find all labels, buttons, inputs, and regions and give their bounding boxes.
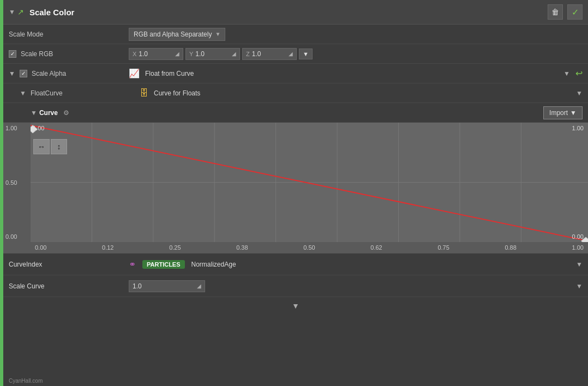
curve-graph-container[interactable]: 1.00 0.50 0.00 (3, 123, 588, 254)
scale-mode-dropdown[interactable]: RGB and Alpha Separately ▼ (129, 28, 225, 41)
curve-section-collapse[interactable]: ▼ (31, 109, 37, 117)
scale-curve-label: Scale Curve (9, 282, 44, 290)
curve-for-floats-arrow[interactable]: ▼ (576, 89, 583, 97)
scroll-down-icon[interactable]: ▼ (292, 301, 299, 310)
curve-svg (31, 123, 588, 242)
header-actions: 🗑 ✓ (548, 4, 583, 20)
delete-button[interactable]: 🗑 (548, 4, 563, 20)
undo-button[interactable]: ↩ (575, 68, 583, 79)
curve-index-label: CurveIndex (9, 261, 42, 268)
scale-rgb-checkbox[interactable]: ✓ (9, 50, 16, 58)
scale-rgb-row: ✓ Scale RGB X 1.0 ◢ Y 1.0 ◢ Z 1.0 ◢ (3, 44, 588, 64)
drag-horizontal-button[interactable]: ↔ (33, 139, 50, 154)
curve-graph-inner[interactable]: 1.00 0.00 1.00 (31, 123, 588, 242)
scale-curve-row: Scale Curve 1.0 ◢ ▼ (3, 275, 588, 297)
float-curve-icon: 📈 (129, 68, 140, 79)
panel-title: Scale Color (29, 8, 75, 17)
scale-rgb-inputs: X 1.0 ◢ Y 1.0 ◢ Z 1.0 ◢ ▼ (129, 48, 583, 60)
scale-curve-content: 1.0 ◢ ▼ (129, 280, 583, 292)
import-button[interactable]: Import ▼ (543, 106, 583, 119)
watermark: CyanHall.com (9, 378, 43, 384)
curve-gear-icon: ⚙ (63, 109, 69, 117)
normalized-age-label: NormalizedAge (191, 261, 236, 268)
scale-alpha-collapse[interactable]: ▼ (9, 70, 15, 77)
curve-index-label-container: CurveIndex (9, 261, 129, 268)
graph-top-left-label: 1.00 (33, 125, 44, 131)
curve-index-row: CurveIndex ⚭ PARTICLES NormalizedAge ▼ (3, 254, 588, 275)
curve-section-row: ▼ Curve ⚙ Import ▼ (3, 103, 588, 123)
scroll-down-row: ▼ (3, 297, 588, 315)
curve-index-content: ⚭ PARTICLES NormalizedAge ▼ (129, 259, 583, 269)
particles-badge: PARTICLES (142, 260, 185, 269)
database-icon: 🗄 (140, 88, 148, 98)
y-input[interactable]: Y 1.0 ◢ (185, 48, 240, 60)
header-collapse-arrow[interactable]: ▼ (9, 8, 15, 16)
scale-alpha-checkbox[interactable]: ✓ (20, 70, 27, 77)
more-options-button[interactable]: ▼ (299, 49, 313, 59)
scale-curve-arrow[interactable]: ▼ (576, 282, 583, 290)
z-input[interactable]: Z 1.0 ◢ (242, 48, 297, 60)
bottom-rows: CurveIndex ⚭ PARTICLES NormalizedAge ▼ S… (3, 254, 588, 315)
scale-mode-row: Scale Mode RGB and Alpha Separately ▼ (3, 25, 588, 44)
header-green-arrow: ↗ (17, 8, 24, 16)
drag-buttons: ↔ ↕ (33, 139, 67, 154)
float-curve-collapse[interactable]: ▼ (20, 89, 26, 97)
curve-for-floats-content: 🗄 Curve for Floats ▼ (140, 88, 583, 98)
curve-section-label: Curve (39, 109, 58, 117)
float-curve-name-label: ▼ FloatCurve (20, 89, 140, 97)
x-axis-labels: 0.00 0.12 0.25 0.38 0.50 0.62 0.75 0.88 … (31, 242, 588, 253)
graph-bottom-right-label: 0.00 (572, 233, 584, 240)
scale-rgb-label: ✓ Scale RGB (9, 50, 129, 58)
curve-for-floats-label: Curve for Floats (154, 89, 200, 97)
link-icon: ⚭ (129, 259, 136, 269)
scale-alpha-label: ▼ ✓ Scale Alpha (9, 70, 129, 77)
scale-mode-label: Scale Mode (9, 31, 129, 38)
float-curve-arrow[interactable]: ▼ (563, 70, 570, 77)
scale-curve-input[interactable]: 1.0 ◢ (129, 280, 205, 292)
scale-color-panel: ▼ ↗ Scale Color 🗑 ✓ Scale Mode RGB and A… (3, 0, 588, 386)
float-from-curve-row: 📈 Float from Curve ▼ ↩ (129, 68, 583, 79)
float-curve-label-row: ▼ FloatCurve 🗄 Curve for Floats ▼ (3, 83, 588, 103)
drag-vertical-button[interactable]: ↕ (51, 139, 67, 154)
y-axis-labels: 1.00 0.50 0.00 (3, 123, 31, 242)
panel-header: ▼ ↗ Scale Color 🗑 ✓ (3, 0, 588, 25)
enable-button[interactable]: ✓ (567, 4, 583, 20)
curve-index-arrow[interactable]: ▼ (576, 261, 583, 268)
float-from-curve-label: Float from Curve (145, 70, 194, 77)
scale-alpha-row: ▼ ✓ Scale Alpha 📈 Float from Curve ▼ ↩ (3, 64, 588, 83)
x-input[interactable]: X 1.0 ◢ (129, 48, 183, 60)
svg-line-9 (31, 125, 588, 241)
graph-top-right-label: 1.00 (572, 125, 584, 131)
scale-curve-label-container: Scale Curve (9, 282, 129, 290)
scale-mode-content: RGB and Alpha Separately ▼ (129, 28, 583, 41)
